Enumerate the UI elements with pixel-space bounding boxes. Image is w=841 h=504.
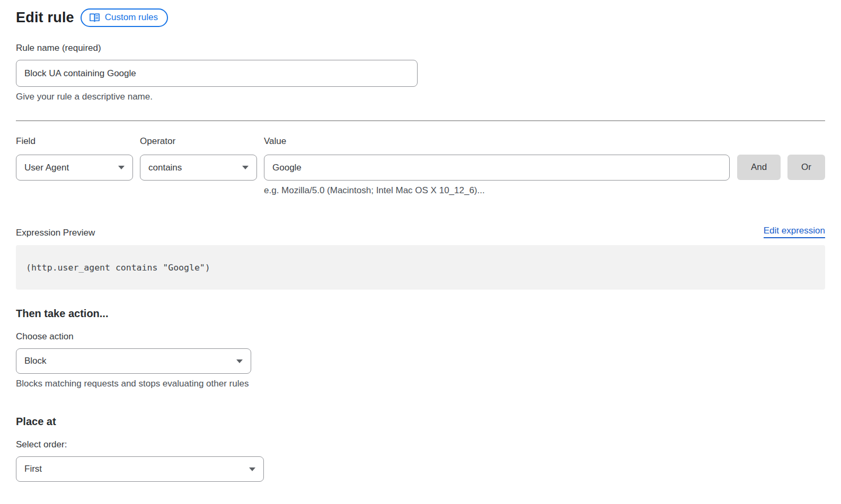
order-select-wrap: Select order: First — [16, 439, 264, 482]
custom-rules-badge-label: Custom rules — [105, 12, 158, 23]
place-at-heading: Place at — [16, 416, 825, 428]
action-select-value: Block — [24, 356, 47, 366]
operator-column: Operator contains — [140, 136, 257, 181]
custom-rules-badge[interactable]: Custom rules — [81, 8, 168, 27]
condition-row: Field User Agent Operator contains Value… — [16, 136, 825, 196]
or-button[interactable]: Or — [787, 155, 825, 180]
chevron-down-icon — [249, 467, 255, 471]
placement-section: Place at Select order: First — [16, 416, 825, 482]
rule-name-input[interactable] — [16, 60, 418, 87]
section-divider — [16, 120, 825, 121]
value-input[interactable] — [264, 155, 730, 181]
chevron-down-icon — [236, 359, 243, 363]
order-select[interactable]: First — [16, 456, 264, 482]
select-order-label: Select order: — [16, 439, 264, 450]
chevron-down-icon — [242, 166, 249, 169]
logic-buttons: And Or — [737, 155, 825, 180]
value-label: Value — [264, 136, 730, 147]
action-heading: Then take action... — [16, 308, 825, 320]
expression-code: (http.user_agent contains "Google") — [26, 263, 210, 273]
open-book-icon — [89, 13, 100, 23]
order-select-value: First — [24, 464, 42, 474]
action-section: Then take action... Choose action Block … — [16, 308, 825, 389]
action-select-wrap: Choose action Block — [16, 331, 251, 374]
value-column: Value e.g. Mozilla/5.0 (Macintosh; Intel… — [264, 136, 730, 196]
field-select-value: User Agent — [24, 163, 69, 173]
and-button[interactable]: And — [737, 155, 781, 180]
operator-select-value: contains — [148, 163, 182, 173]
operator-select[interactable]: contains — [140, 155, 257, 181]
rule-name-help: Give your rule a descriptive name. — [16, 92, 418, 102]
page-header: Edit rule Custom rules — [16, 8, 825, 27]
chevron-down-icon — [118, 166, 125, 169]
action-help: Blocks matching requests and stops evalu… — [16, 379, 825, 389]
field-label: Field — [16, 136, 133, 147]
operator-label: Operator — [140, 136, 257, 147]
value-help: e.g. Mozilla/5.0 (Macintosh; Intel Mac O… — [264, 185, 730, 196]
edit-expression-link[interactable]: Edit expression — [764, 226, 825, 238]
expression-preview-label: Expression Preview — [16, 228, 95, 238]
action-select[interactable]: Block — [16, 348, 251, 374]
choose-action-label: Choose action — [16, 331, 251, 342]
expression-header: Expression Preview Edit expression — [16, 226, 825, 238]
field-column: Field User Agent — [16, 136, 133, 181]
page-title: Edit rule — [16, 10, 74, 26]
field-select[interactable]: User Agent — [16, 155, 133, 181]
rule-name-label: Rule name (required) — [16, 43, 418, 53]
rule-name-section: Rule name (required) Give your rule a de… — [16, 43, 418, 102]
expression-preview-box: (http.user_agent contains "Google") — [16, 245, 825, 290]
expression-section: Expression Preview Edit expression (http… — [16, 226, 825, 290]
